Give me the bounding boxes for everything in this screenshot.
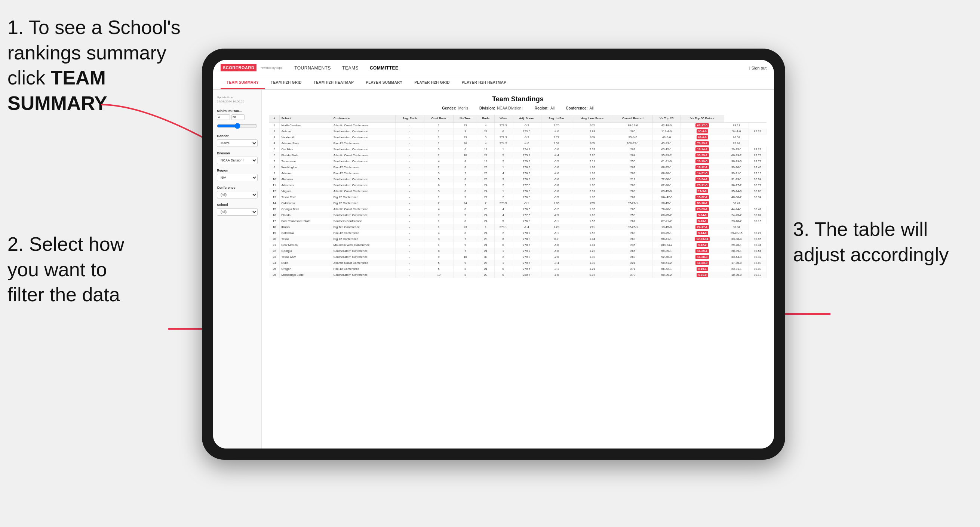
cell-11-1: Virginia — [280, 188, 332, 194]
region-label: Region — [217, 168, 258, 172]
cell-7-14: 39-20-1 — [724, 165, 749, 170]
cell-12-14: 40-38-2 — [724, 194, 749, 200]
cell-3-12: 43-23-1 — [652, 141, 680, 146]
col-vs-top25: Vs Top 25 — [652, 115, 680, 122]
cell-13-3: - — [395, 200, 424, 206]
table-row: 25OregonPac-12 Conference-58210279.5-3.1… — [269, 266, 767, 272]
cell-17-0: 18 — [269, 224, 280, 230]
table-header-row: # School Conference Avg. Rank Conf Rank … — [269, 115, 767, 122]
school-select[interactable]: (All) — [217, 208, 258, 216]
cell-25-6: 23 — [477, 272, 495, 278]
cell-20-6: 21 — [477, 242, 495, 248]
cell-8-3: - — [395, 170, 424, 176]
cell-21-13: 11-29-1 — [681, 248, 724, 254]
division-select[interactable]: NCAA Division I NCAA Division II NCAA Di… — [217, 157, 258, 164]
cell-10-6: 24 — [477, 183, 495, 188]
cell-13-11: 97-21-1 — [613, 200, 652, 206]
cell-13-7: 278.5 — [494, 200, 512, 206]
cell-21-14: 20-39-1 — [724, 248, 749, 254]
cell-6-12: 61-21-0 — [652, 159, 680, 165]
minimum-rounds-section: Minimum Rou... — [217, 109, 258, 130]
cell-0-14: 89.11 — [724, 122, 749, 129]
gender-filter: Gender: Men's — [442, 106, 468, 110]
cell-1-0: 2 — [269, 129, 280, 135]
cell-20-12: 109-24-2 — [652, 242, 680, 248]
cell-7-13: 18-12-1 — [681, 165, 724, 170]
cell-19-0: 20 — [269, 236, 280, 242]
cell-18-1: California — [280, 230, 332, 236]
cell-25-7: 0 — [494, 272, 512, 278]
cell-18-10: 1.53 — [572, 230, 613, 236]
cell-7-0: 8 — [269, 165, 280, 170]
cell-11-5: 8 — [453, 188, 477, 194]
gender-filter-label: Gender: — [442, 106, 456, 110]
cell-15-9: -2.9 — [541, 212, 572, 218]
cell-10-3: - — [395, 183, 424, 188]
cell-7-11: 262 — [613, 165, 652, 170]
cell-19-15: 80.95 — [749, 236, 767, 242]
cell-8-13: 14-21-0 — [681, 170, 724, 176]
cell-9-13: 13-24-1 — [681, 176, 724, 183]
cell-2-1: Vanderbilt — [280, 135, 332, 141]
cell-20-9: -5.8 — [541, 242, 572, 248]
cell-0-0: 1 — [269, 122, 280, 129]
cell-10-12: 82-28-1 — [652, 183, 680, 188]
cell-8-10: 1.98 — [572, 170, 613, 176]
cell-24-10: 1.21 — [572, 266, 613, 272]
cell-13-10: 259 — [572, 200, 613, 206]
cell-13-5: 24 — [453, 200, 477, 206]
tab-player-h2h-heatmap[interactable]: PLAYER H2H HEATMAP — [456, 76, 512, 89]
cell-16-6: 24 — [477, 218, 495, 224]
score-badge: 11-28-3 — [695, 255, 709, 259]
nav-tournaments[interactable]: TOURNAMENTS — [294, 65, 331, 71]
score-badge: 14-21-0 — [695, 171, 709, 175]
tab-team-summary[interactable]: TEAM SUMMARY — [221, 76, 265, 89]
cell-13-8: -3.1 — [512, 200, 541, 206]
nav-committee[interactable]: COMMITTEE — [370, 65, 399, 71]
cell-18-5: 8 — [453, 230, 477, 236]
cell-6-7: 2 — [494, 159, 512, 165]
cell-1-10: 2.88 — [572, 129, 613, 135]
tab-player-h2h-grid[interactable]: PLAYER H2H GRID — [408, 76, 456, 89]
cell-8-5: 2 — [453, 170, 477, 176]
table-row: 10AlabamaSoutheastern Conference-5823327… — [269, 176, 767, 183]
cell-22-2: Southeastern Conference — [332, 254, 395, 260]
cell-14-3: - — [395, 206, 424, 212]
cell-0-9: 2.70 — [541, 122, 572, 129]
cell-18-0: 19 — [269, 230, 280, 236]
cell-7-7: 1 — [494, 165, 512, 170]
cell-17-11: 82-25-1 — [613, 224, 652, 230]
min-rou-slider[interactable] — [217, 123, 258, 129]
conference-select[interactable]: (All) — [217, 191, 258, 198]
gender-select[interactable]: Men's Women's — [217, 140, 258, 147]
cell-21-5: 7 — [453, 248, 477, 254]
min-rou-from-input[interactable] — [217, 114, 230, 120]
cell-9-11: 217 — [613, 176, 652, 183]
cell-3-2: Pac-12 Conference — [332, 141, 395, 146]
cell-16-3: - — [395, 218, 424, 224]
score-badge: 33-25-2 — [695, 153, 709, 157]
sign-out-button[interactable]: | Sign out — [749, 66, 767, 70]
tab-player-summary[interactable]: PLAYER SUMMARY — [360, 76, 408, 89]
nav-teams[interactable]: TEAMS — [342, 65, 359, 71]
cell-24-1: Oregon — [280, 266, 332, 272]
cell-9-2: Southeastern Conference — [332, 176, 395, 183]
cell-24-11: 271 — [613, 266, 652, 272]
cell-19-8: 278.8 — [512, 236, 541, 242]
cell-25-0: 26 — [269, 272, 280, 278]
cell-15-2: Southeastern Conference — [332, 212, 395, 218]
region-select[interactable]: N/A All — [217, 174, 258, 181]
cell-4-7: 1 — [494, 146, 512, 152]
col-conf-rank: Conf Rank — [424, 115, 453, 122]
tab-team-h2h-grid[interactable]: TEAM H2H GRID — [265, 76, 308, 89]
cell-13-2: Big 12 Conference — [332, 200, 395, 206]
cell-23-8: 279.7 — [512, 260, 541, 266]
cell-9-8: 276.9 — [512, 176, 541, 183]
cell-12-0: 13 — [269, 194, 280, 200]
cell-19-5: 7 — [453, 236, 477, 242]
score-badge: 9-14-0 — [697, 231, 708, 235]
tab-team-h2h-heatmap[interactable]: TEAM H2H HEATMAP — [308, 76, 360, 89]
min-rou-to-input[interactable] — [231, 114, 245, 120]
cell-14-15: 80.47 — [749, 206, 767, 212]
cell-23-15: 82.98 — [749, 260, 767, 266]
